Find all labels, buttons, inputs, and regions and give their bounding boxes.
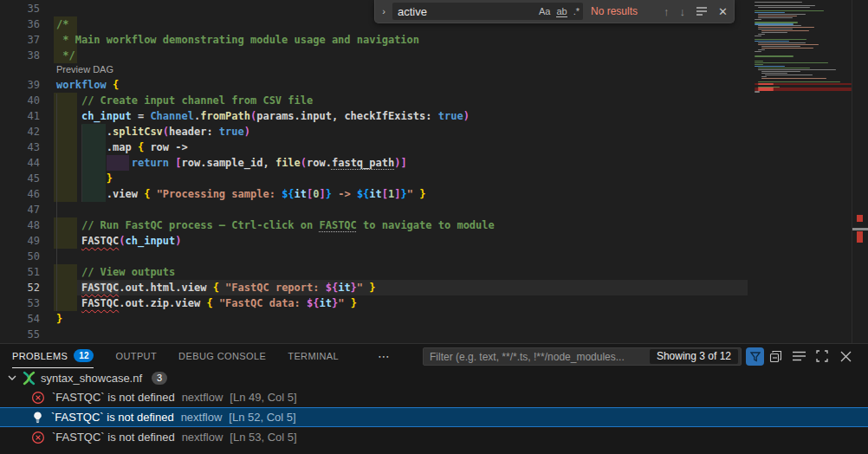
tab-debug-console[interactable]: DEBUG CONSOLE — [178, 344, 266, 368]
code-line-49[interactable]: 49 FASTQC(ch_input) — [0, 233, 748, 249]
code-line-44[interactable]: 44 return [row.sample_id, file(row.fastq… — [0, 155, 748, 171]
minimap-line — [755, 55, 794, 56]
match-case-icon[interactable]: Aa — [539, 6, 550, 16]
code-line-55[interactable]: 55 — [0, 327, 748, 342]
nextflow-icon — [22, 371, 36, 386]
find-input[interactable]: active Aa ab .* — [392, 3, 583, 20]
line-number: 52 — [0, 280, 40, 295]
code-line-37[interactable]: 37 * Main workflow demonstrating module … — [0, 32, 748, 48]
tab-terminal[interactable]: TERMINAL — [288, 344, 339, 368]
line-number: 50 — [0, 249, 40, 264]
problem-source: nextflow — [182, 391, 223, 404]
lightbulb-icon — [31, 411, 44, 424]
code-line-51[interactable]: 51 // View outputs — [0, 264, 748, 280]
tab-problems[interactable]: PROBLEMS 12 — [12, 344, 94, 368]
minimap-line — [758, 42, 806, 43]
view-as-table-icon[interactable] — [792, 349, 806, 363]
showing-count-chip: Showing 3 of 12 — [650, 349, 738, 364]
code-line-48[interactable]: 48 // Run FastQC process – Ctrl-click on… — [0, 217, 748, 233]
code-line-41[interactable]: 41 ch_input = Channel.fromPath(params.in… — [0, 108, 748, 124]
find-expand-chevron-icon[interactable]: › — [375, 6, 392, 16]
minimap-line — [761, 32, 787, 33]
code-line-47[interactable]: 47 — [0, 202, 748, 217]
line-number: 49 — [0, 233, 40, 249]
code-line-45[interactable]: 45 } — [0, 171, 748, 186]
regex-icon[interactable]: .* — [573, 6, 580, 16]
minimap-line — [758, 17, 793, 18]
code-line-39[interactable]: 39workflow { — [0, 77, 748, 93]
code-line-42[interactable]: 42 .splitCsv(header: true) — [0, 124, 748, 139]
code-text: * Main workflow demonstrating module usa… — [56, 32, 419, 48]
find-next-icon[interactable]: ↓ — [680, 5, 686, 18]
code-text: // Create input channel from CSV file — [56, 93, 313, 108]
line-number: 43 — [0, 139, 40, 155]
code-line-40[interactable]: 40 // Create input channel from CSV file — [0, 93, 748, 108]
minimap-line — [755, 62, 828, 63]
problem-location: [Ln 53, Col 5] — [230, 431, 296, 444]
maximize-panel-icon[interactable] — [815, 349, 829, 363]
find-query-text: active — [398, 5, 533, 18]
problem-message: `FASTQC` is not defined — [52, 391, 175, 404]
collapse-all-icon[interactable] — [768, 349, 782, 363]
problem-message: `FASTQC` is not defined — [51, 411, 174, 424]
line-number: 42 — [0, 124, 40, 139]
minimap-line — [755, 2, 802, 3]
filter-funnel-icon[interactable] — [746, 347, 764, 366]
minimap-line — [755, 5, 815, 6]
code-line-46[interactable]: 46 .view { "Processing sample: ${it[0]} … — [0, 186, 748, 202]
find-in-selection-icon[interactable] — [696, 6, 708, 16]
whole-word-icon[interactable]: ab — [556, 6, 567, 17]
error-icon — [31, 431, 45, 444]
code-line-52[interactable]: 52 FASTQC.out.html.view { "FastQC report… — [0, 280, 748, 295]
line-number: 35 — [0, 1, 40, 16]
file-name: syntax_showcase.nf — [41, 372, 142, 385]
line-number: 54 — [0, 311, 40, 327]
minimap-line — [758, 16, 797, 16]
code-text: } — [56, 171, 113, 186]
problem-row-selected[interactable]: `FASTQC` is not defined nextflow [Ln 52,… — [0, 407, 868, 427]
error-icon — [31, 391, 45, 405]
filter-placeholder: Filter (e.g. text, **/*.ts, !**/node_mod… — [430, 351, 650, 363]
code-text: return [row.sample_id, file(row.fastq_pa… — [56, 155, 407, 171]
line-number: 46 — [0, 186, 40, 202]
line-number: 41 — [0, 108, 40, 124]
line-number: 38 — [0, 48, 40, 63]
minimap[interactable] — [749, 0, 852, 343]
code-line-43[interactable]: 43 .map { row -> — [0, 139, 748, 155]
minimap-line — [758, 81, 840, 82]
panel-action-icons — [768, 344, 852, 368]
problem-row[interactable]: `FASTQC` is not defined nextflow [Ln 49,… — [0, 387, 868, 407]
minimap-line — [755, 51, 761, 52]
line-number: 44 — [0, 155, 40, 171]
code-line-53[interactable]: 53 FASTQC.out.zip.view { "FastQC data: $… — [0, 295, 748, 311]
find-close-icon[interactable]: ✕ — [718, 5, 728, 18]
code-line-38[interactable]: 38 */ — [0, 48, 748, 63]
code-text: .map { row -> — [56, 139, 188, 155]
code-line-50[interactable]: 50 — [0, 249, 748, 264]
bottom-panel: PROBLEMS 12 OUTPUT DEBUG CONSOLE TERMINA… — [0, 343, 868, 454]
problems-filter-input[interactable]: Filter (e.g. text, **/*.ts, !**/node_mod… — [423, 347, 742, 366]
code-text: // View outputs — [56, 264, 175, 280]
problems-file-group[interactable]: syntax_showcase.nf 3 — [0, 368, 868, 387]
panel-tabs: PROBLEMS 12 OUTPUT DEBUG CONSOLE TERMINA… — [0, 344, 391, 368]
panel-header: PROBLEMS 12 OUTPUT DEBUG CONSOLE TERMINA… — [0, 344, 868, 368]
overview-ruler[interactable] — [852, 0, 868, 343]
problem-location: [Ln 49, Col 5] — [230, 391, 296, 404]
minimap-error-token — [758, 89, 774, 91]
minimap-error-token — [758, 83, 774, 85]
problem-row[interactable]: `FASTQC` is not defined nextflow [Ln 53,… — [0, 427, 868, 447]
code-editor[interactable]: 3536/*37 * Main workflow demonstrating m… — [0, 0, 868, 343]
close-panel-icon[interactable] — [839, 349, 852, 363]
codelens-preview-dag[interactable]: Preview DAG — [0, 63, 748, 77]
find-previous-icon[interactable]: ↑ — [664, 5, 670, 18]
line-number: 53 — [0, 295, 40, 311]
more-tabs-icon[interactable]: ⋯ — [378, 349, 391, 363]
line-number: 39 — [0, 77, 40, 93]
line-number: 40 — [0, 93, 40, 108]
code-text: workflow { — [56, 77, 119, 93]
code-lines[interactable]: 3536/*37 * Main workflow demonstrating m… — [0, 1, 748, 342]
minimap-line — [761, 73, 787, 74]
problem-source: nextflow — [181, 411, 223, 424]
tab-output[interactable]: OUTPUT — [115, 344, 157, 368]
code-line-54[interactable]: 54} — [0, 311, 748, 327]
